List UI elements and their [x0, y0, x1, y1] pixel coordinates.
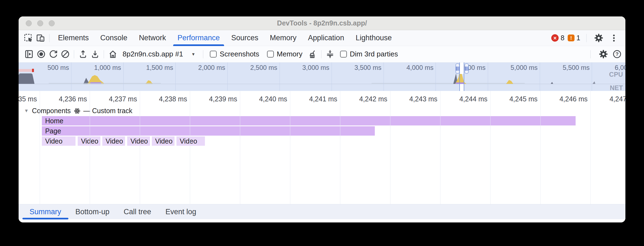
details-tab-summary[interactable]: Summary — [22, 204, 68, 219]
zoom-window-button[interactable] — [49, 20, 55, 26]
timeline-overview[interactable]: CPU NET 500 ms1,000 ms1,500 ms2,000 ms2,… — [19, 62, 625, 91]
tab-performance[interactable]: Performance — [172, 30, 226, 46]
track-bar-video[interactable]: Video — [78, 136, 100, 146]
overview-tick-label: 500 ms — [48, 64, 69, 71]
track-bar-video[interactable]: Video — [102, 136, 125, 146]
kebab-menu-button[interactable] — [608, 32, 620, 44]
overview-gridline — [175, 62, 176, 91]
load-profile-button[interactable] — [77, 48, 89, 60]
overview-tick-label: 5,000 ms — [510, 64, 538, 71]
details-tab-bottom-up[interactable]: Bottom-up — [68, 204, 117, 219]
window-title-bar[interactable]: DevTools - 8p2n9n.csb.app/ — [19, 16, 625, 30]
capture-settings-gear-button[interactable] — [597, 48, 609, 60]
ruler-gridline — [340, 91, 340, 204]
ruler-gridline — [240, 91, 240, 204]
collapse-triangle-icon[interactable]: ▼ — [24, 108, 29, 114]
ruler-tick-label: 4,242 ms — [359, 95, 387, 103]
ruler-tick-label: 4,240 ms — [259, 95, 287, 103]
overview-gridline — [436, 62, 436, 91]
checkbox-box[interactable] — [210, 51, 217, 58]
target-selector[interactable]: 8p2n9n.csb.app #1 — [123, 50, 183, 58]
device-toolbar-button[interactable] — [34, 32, 47, 44]
overview-tick-label: 5,500 ms — [563, 64, 590, 71]
tab-sources[interactable]: Sources — [225, 30, 264, 46]
close-window-button[interactable] — [26, 20, 32, 26]
performance-toolbar: 8p2n9n.csb.app #1 ▼ Screenshots Memory — [19, 46, 625, 62]
warning-count-badge[interactable]: ! 1 — [568, 34, 580, 42]
ruler-tick-label: 4,238 ms — [159, 95, 187, 103]
memory-checkbox[interactable]: Memory — [267, 50, 303, 58]
collapse-tracks-icon[interactable] — [324, 48, 336, 60]
overview-tick-label: 2,000 ms — [198, 64, 225, 71]
overview-gridline — [332, 62, 332, 91]
details-tab-bar: SummaryBottom-upCall treeEvent log — [19, 204, 625, 219]
track-bar-video[interactable]: Video — [127, 136, 150, 146]
divider — [49, 34, 50, 42]
grip-line — [468, 67, 468, 71]
cpu-lane-label: CPU — [609, 71, 623, 78]
ruler-tick-label: 4,244 ms — [459, 95, 488, 103]
tab-lighthouse[interactable]: Lighthouse — [350, 30, 398, 46]
ruler-gridline — [390, 91, 390, 204]
tab-network[interactable]: Network — [133, 30, 172, 46]
overview-gridline — [592, 62, 592, 91]
checkbox-box[interactable] — [340, 51, 347, 58]
track-bar-video[interactable]: Video — [176, 136, 205, 146]
reload-and-record-button[interactable] — [47, 48, 59, 60]
tab-application[interactable]: Application — [302, 30, 350, 46]
cpu-activity-bump — [506, 80, 513, 84]
divider — [203, 50, 203, 58]
details-tab-call-tree[interactable]: Call tree — [117, 204, 158, 219]
tab-memory[interactable]: Memory — [264, 30, 302, 46]
help-icon[interactable]: ? — [613, 50, 621, 58]
track-bar-home[interactable]: Home — [42, 116, 576, 125]
toolbar-right-controls: ? — [588, 48, 621, 60]
checkbox-box[interactable] — [267, 51, 274, 58]
ruler-gridline — [440, 91, 440, 204]
selection-left-handle[interactable] — [456, 63, 460, 74]
ruler-tick-label: 4,246 ms — [559, 95, 588, 103]
overview-gridline — [227, 62, 228, 91]
ruler-tick-label: 4,247 ms — [610, 95, 625, 103]
clear-recording-button[interactable] — [59, 48, 71, 60]
tab-console[interactable]: Console — [95, 30, 133, 46]
cpu-net-separator — [19, 84, 625, 84]
warning-count: 1 — [576, 34, 580, 42]
overview-network-bar-red-tip — [32, 69, 34, 72]
grip-line — [457, 67, 458, 71]
track-bar-video[interactable]: Video — [42, 136, 76, 146]
minimize-window-button[interactable] — [37, 20, 43, 26]
ruler-gridline — [190, 91, 190, 204]
selection-window-band[interactable] — [459, 62, 464, 91]
screenshots-checkbox[interactable]: Screenshots — [210, 50, 259, 58]
dim-3rd-parties-checkbox[interactable]: Dim 3rd parties — [340, 50, 398, 58]
ruler-gridline — [90, 91, 90, 204]
inspect-element-button[interactable] — [22, 32, 34, 44]
grip-line — [459, 67, 459, 71]
error-count-badge[interactable]: × 8 — [551, 34, 564, 42]
flame-chart-area[interactable]: ▼ Components — Custom track HomePageVide… — [19, 91, 625, 204]
tab-elements[interactable]: Elements — [52, 30, 95, 46]
selection-right-handle[interactable] — [465, 63, 469, 74]
track-bar-video[interactable]: Video — [152, 136, 175, 146]
track-name: Components — [32, 107, 71, 115]
active-details-tab-underline — [22, 218, 68, 219]
warning-icon: ! — [568, 35, 575, 41]
overview-tick-label: 3,000 ms — [302, 64, 329, 71]
ruler-gridline — [290, 91, 290, 204]
toggle-sidebar-button[interactable] — [23, 48, 35, 60]
traffic-lights — [26, 20, 55, 26]
garbage-collect-icon[interactable] — [306, 48, 318, 60]
divider — [586, 34, 587, 42]
ruler-tick-label: 4,243 ms — [409, 95, 437, 103]
custom-track-header[interactable]: ▼ Components — Custom track — [24, 107, 132, 115]
save-profile-button[interactable] — [89, 48, 101, 60]
window-title: DevTools - 8p2n9n.csb.app/ — [277, 19, 367, 27]
chevron-down-icon[interactable]: ▼ — [191, 52, 195, 56]
ruler-tick-label: 4,237 ms — [109, 95, 137, 103]
settings-gear-button[interactable] — [593, 32, 605, 44]
record-button[interactable] — [35, 48, 47, 60]
details-tab-event-log[interactable]: Event log — [158, 204, 204, 219]
track-bar-page[interactable]: Page — [42, 126, 375, 136]
home-button[interactable] — [107, 48, 119, 60]
